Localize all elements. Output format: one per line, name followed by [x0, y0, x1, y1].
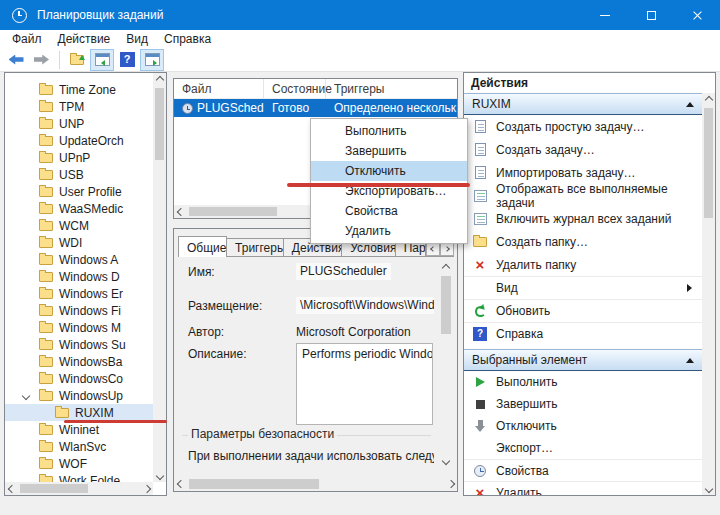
scrollbar-thumb[interactable] [20, 484, 88, 493]
scrollbar-thumb[interactable] [189, 207, 277, 216]
menu-view[interactable]: Вид [118, 31, 156, 47]
tree-item-windows-a[interactable]: Windows A [5, 251, 153, 268]
scroll-left-icon[interactable] [5, 482, 18, 495]
context-delete[interactable]: Удалить [311, 221, 467, 241]
action-delete-folder[interactable]: ×Удалить папку [464, 253, 704, 276]
tree-item-label: WindowsUp [59, 389, 123, 403]
tree-item-usb[interactable]: USB [5, 166, 153, 183]
action-create-basic-task[interactable]: Создать простую задачу… [464, 115, 704, 138]
folder-icon [39, 119, 53, 129]
scrollbar-thumb[interactable] [704, 108, 713, 218]
action-display-running-tasks[interactable]: Отображать все выполняемые задачи [464, 184, 704, 207]
selected-disable[interactable]: Отключить [464, 415, 704, 437]
close-button[interactable] [674, 0, 720, 30]
scrollbar-thumb[interactable] [155, 88, 164, 160]
context-run[interactable]: Выполнить [311, 121, 467, 141]
props-vscrollbar[interactable] [439, 261, 453, 467]
tree-item-label: Windows M [59, 321, 121, 335]
action-new-folder[interactable]: Создать папку… [464, 230, 704, 253]
maximize-button[interactable] [628, 0, 674, 30]
selected-end[interactable]: Завершить [464, 393, 704, 415]
task-scheduler-window: Планировщик заданий Файл Действие Вид Сп… [0, 0, 720, 515]
column-header-state[interactable]: Состояние [264, 79, 326, 98]
tree-item-windows-fi[interactable]: Windows Fi [5, 302, 153, 319]
scrollbar-thumb[interactable] [441, 276, 451, 334]
tree-item-upnp[interactable]: UPnP [5, 149, 153, 166]
tree-item-windowsco[interactable]: WindowsCo [5, 370, 153, 387]
action-create-task[interactable]: Создать задачу… [464, 138, 704, 161]
tree-item-wlansvc[interactable]: WlanSvc [5, 438, 153, 455]
tree-item-workfolders[interactable]: Work Folde [5, 472, 153, 482]
context-properties[interactable]: Свойства [311, 201, 467, 221]
tree-item-waasmedic[interactable]: WaaSMedic [5, 200, 153, 217]
context-end[interactable]: Завершить [311, 141, 467, 161]
simple-task-icon [472, 120, 488, 133]
tab-triggers[interactable]: Триггеры [227, 238, 284, 256]
tree-item-userprofile[interactable]: User Profile [5, 183, 153, 200]
tree-item-wcm[interactable]: WCM [5, 217, 153, 234]
action-pane-toggle-button[interactable] [140, 49, 164, 71]
back-button[interactable] [4, 49, 28, 71]
column-header-triggers[interactable]: Триггеры [326, 79, 457, 98]
context-disable[interactable]: Отключить [311, 161, 467, 181]
scroll-down-icon[interactable] [439, 454, 452, 467]
section-header-ruxim[interactable]: RUXIM [464, 93, 704, 115]
tree-item-windows-su[interactable]: Windows Su [5, 336, 153, 353]
collapse-arrow-icon[interactable] [686, 358, 694, 363]
tree-item-windowsup[interactable]: WindowsUp [5, 387, 153, 404]
scroll-up-icon[interactable] [439, 261, 452, 274]
tree-item-tpm[interactable]: TPM [5, 98, 153, 115]
selected-delete[interactable]: ×Удалить [464, 481, 704, 496]
actions-vscrollbar[interactable] [702, 93, 715, 495]
menu-action[interactable]: Действие [50, 31, 119, 47]
tree-hscrollbar[interactable] [5, 482, 153, 495]
action-view[interactable]: Вид [464, 276, 704, 299]
tree-item-timezone[interactable]: Time Zone [5, 81, 153, 98]
tree-item-updateorch[interactable]: UpdateOrch [5, 132, 153, 149]
props-hscrollbar[interactable] [174, 477, 457, 491]
action-help[interactable]: ?Справка [464, 322, 704, 345]
folder-icon [39, 374, 53, 384]
tree-item-windows-er[interactable]: Windows Er [5, 285, 153, 302]
section-header-selected-item[interactable]: Выбранный элемент [464, 349, 704, 371]
tree-item-windows-m[interactable]: Windows M [5, 319, 153, 336]
selected-properties[interactable]: Свойства [464, 459, 704, 481]
menu-file[interactable]: Файл [4, 31, 50, 47]
collapse-arrow-icon[interactable] [686, 102, 694, 107]
action-label: Создать простую задачу… [496, 120, 645, 134]
tree-item-wdi[interactable]: WDI [5, 234, 153, 251]
selected-export[interactable]: Экспорт… [464, 437, 704, 459]
scroll-left-icon[interactable] [174, 205, 187, 218]
selected-run[interactable]: Выполнить [464, 371, 704, 393]
description-label: Описание: [188, 347, 247, 361]
scroll-right-icon[interactable] [444, 477, 457, 490]
action-enable-task-history[interactable]: Включить журнал всех заданий [464, 207, 704, 230]
tree-item-wininet[interactable]: Wininet [5, 421, 153, 438]
chevron-down-icon[interactable] [22, 392, 30, 400]
up-folder-button[interactable] [65, 49, 89, 71]
task-row-plugscheduler[interactable]: PLUGSchedul… Готово Определено нескольк [174, 99, 457, 117]
tree-item-windows-d[interactable]: Windows D [5, 268, 153, 285]
tree-item-ruxim[interactable]: RUXIM [5, 404, 153, 421]
description-box[interactable]: Performs periodic Windows [296, 343, 433, 425]
tree-item-unp[interactable]: UNP [5, 115, 153, 132]
context-menu: Выполнить Завершить Отключить Экспортиро… [310, 118, 468, 244]
location-value: \Microsoft\Windows\Window [296, 297, 434, 314]
scroll-down-icon[interactable] [702, 482, 715, 495]
tree-item-wof[interactable]: WOF [5, 455, 153, 472]
forward-button[interactable] [29, 49, 53, 71]
scroll-down-icon[interactable] [153, 469, 166, 482]
scroll-right-icon[interactable] [140, 482, 153, 495]
console-tree-toggle-button[interactable] [90, 49, 114, 71]
scroll-up-icon[interactable] [153, 73, 166, 86]
menu-help[interactable]: Справка [156, 31, 219, 47]
help-button[interactable]: ? [115, 49, 139, 71]
scrollbar-thumb[interactable] [189, 479, 319, 489]
action-refresh[interactable]: Обновить [464, 299, 704, 322]
column-header-file[interactable]: Файл [174, 79, 264, 98]
minimize-button[interactable] [582, 0, 628, 30]
tree-item-windowsba[interactable]: WindowsBa [5, 353, 153, 370]
scroll-left-icon[interactable] [174, 477, 187, 490]
tab-general[interactable]: Общие [178, 236, 227, 257]
scroll-up-icon[interactable] [702, 93, 715, 106]
